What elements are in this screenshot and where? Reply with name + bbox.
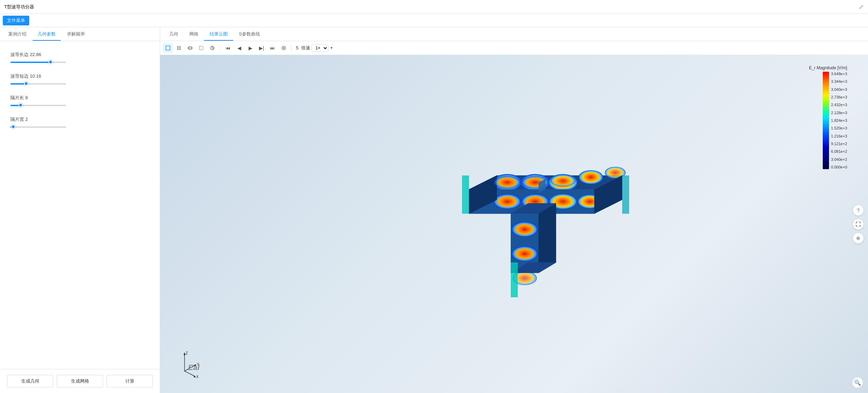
t-waveguide-visualization (392, 141, 636, 315)
tb-sep-2 (291, 45, 292, 52)
left-bottom-buttons: 生成几何 生成网格 计算 (0, 369, 160, 393)
bottom-right-button[interactable]: 🔍 (852, 377, 863, 388)
tb-sep-1 (220, 45, 220, 52)
tb-skip-start-btn[interactable]: ⏮ (223, 43, 233, 53)
svg-rect-1 (166, 47, 169, 49)
legend-val-2: 3.040e+3 (831, 87, 847, 92)
legend-val-1: 3.344e+3 (831, 79, 847, 84)
tb-prev-btn[interactable]: ◀ (234, 43, 244, 53)
waveguide-short-slider[interactable] (10, 83, 66, 85)
tb-play-btn[interactable]: ▶ (245, 43, 255, 53)
tb-grid-btn[interactable] (174, 43, 184, 53)
fullscreen-button[interactable] (853, 219, 864, 230)
svg-text:X: X (196, 375, 199, 378)
svg-marker-37 (511, 262, 518, 297)
tb-record-btn[interactable] (279, 43, 289, 53)
legend-bar-container: 3.648e+3 3.344e+3 3.040e+3 2.736e+3 2.43… (823, 72, 847, 169)
param-waveguide-short: 波导短边 10.16 (10, 73, 149, 85)
legend-val-4: 2.432e+3 (831, 103, 847, 107)
tb-skip-end-btn[interactable]: ⏭ (268, 43, 277, 53)
slider-thumb-4[interactable] (11, 125, 15, 129)
svg-point-19 (493, 194, 521, 209)
legend-val-10: 6.081e+2 (831, 149, 847, 154)
param-septum-long: 隔片长 8 (10, 95, 149, 107)
expand-icon[interactable]: ⤢ (859, 3, 864, 11)
tb-orient-btn[interactable] (208, 43, 217, 53)
param-waveguide-long: 波导长边 22.86 (10, 52, 149, 63)
legend-color-bar (823, 72, 829, 169)
legend-val-11: 3.040e+2 (831, 157, 847, 162)
slider-thumb-2[interactable] (24, 81, 28, 86)
svg-marker-46 (193, 375, 196, 378)
legend-val-9: 9.121e+2 (831, 142, 847, 146)
legend-val-0: 3.648e+3 (831, 72, 847, 76)
legend-labels: 3.648e+3 3.344e+3 3.040e+3 2.736e+3 2.43… (831, 72, 847, 169)
svg-point-34 (550, 175, 576, 187)
tb-surface-btn[interactable] (185, 43, 195, 53)
slider-thumb[interactable] (48, 60, 53, 64)
tb-next-btn[interactable]: ▶| (257, 43, 266, 53)
main-content: 案例介绍 几何参数 求解频率 波导长边 22.86 (0, 27, 868, 393)
param-waveguide-long-label: 波导长边 22.86 (10, 52, 149, 58)
tb-3d-view-btn[interactable] (163, 43, 173, 53)
param-septum-wide-label: 隔片宽 2 (10, 116, 149, 123)
param-waveguide-short-value: 10.16 (30, 73, 41, 79)
legend-val-6: 1.824e+3 (831, 118, 847, 123)
tab-sparams[interactable]: S参数曲线 (233, 28, 266, 41)
svg-rect-8 (200, 46, 203, 50)
param-septum-wide-value: 2 (25, 117, 28, 122)
svg-marker-35 (462, 175, 469, 214)
slider-track-4 (10, 126, 66, 128)
septum-long-slider[interactable] (10, 104, 66, 107)
slider-fill (10, 62, 50, 63)
tab-geo[interactable]: 几何 (164, 28, 184, 41)
right-tabs: 几何 网格 结果云图 S参数曲线 (160, 27, 868, 41)
param-waveguide-long-value: 22.86 (30, 52, 41, 57)
help-button[interactable]: ? (853, 205, 864, 216)
app-title: T型波导功分器 (4, 4, 34, 10)
tb-speed-select[interactable]: 1× 2× 4× (312, 44, 328, 52)
tb-speed-label: 5 (296, 45, 298, 50)
param-septum-wide: 隔片宽 2 (10, 116, 149, 128)
compute-button[interactable]: 计算 (107, 375, 153, 387)
tab-params[interactable]: 几何参数 (33, 28, 61, 41)
legend-val-7: 1.520e+3 (831, 126, 847, 130)
waveguide-long-slider[interactable] (10, 61, 66, 63)
septum-wide-slider[interactable] (10, 126, 66, 128)
zoom-in-button[interactable]: ⊕ (853, 233, 864, 244)
file-menu-button[interactable]: 文件菜单 (3, 16, 29, 25)
tb-dropdown-icon[interactable]: ▼ (330, 46, 333, 50)
menubar: 文件菜单 (0, 14, 868, 27)
viewport[interactable]: E_r Magnitude [V/m] 3.648e+3 3.344e+3 3.… (160, 55, 868, 393)
svg-point-27 (511, 222, 538, 237)
app: T型波导功分器 ⤢ 文件菜单 案例介绍 几何参数 求解频率 波导长边 22.86 (0, 0, 868, 393)
gen-geo-button[interactable]: 生成几何 (7, 375, 53, 387)
left-panel: 案例介绍 几何参数 求解频率 波导长边 22.86 (0, 27, 160, 393)
legend-title: E_r Magnitude [V/m] (809, 65, 847, 70)
slider-thumb-3[interactable] (18, 103, 23, 107)
legend-val-12: 0.000e+0 (831, 165, 847, 169)
titlebar: T型波导功分器 ⤢ (0, 0, 868, 14)
svg-point-11 (283, 47, 284, 49)
left-tabs: 案例介绍 几何参数 求解频率 (0, 27, 160, 41)
right-float-buttons: ? ⊕ (853, 205, 864, 244)
svg-marker-36 (622, 175, 629, 214)
tab-freq[interactable]: 求解频率 (62, 28, 90, 41)
legend-val-8: 1.216e+3 (831, 134, 847, 138)
svg-point-28 (511, 246, 538, 261)
legend-val-5: 2.128e+3 (831, 111, 847, 115)
tab-mesh[interactable]: 网格 (184, 28, 204, 41)
tb-select-btn[interactable] (196, 43, 206, 53)
svg-point-16 (579, 170, 603, 184)
param-septum-long-label: 隔片长 8 (10, 95, 149, 101)
svg-text:Z: Z (186, 351, 188, 355)
toolbar: ⏮ ◀ ▶ ▶| ⏭ 5 倍速 1× 2× 4× ▼ (160, 41, 868, 55)
legend-val-3: 2.736e+3 (831, 95, 847, 99)
eal-label: Eal (188, 363, 200, 372)
tb-multiplier-label: 倍速 (301, 45, 310, 51)
gen-mesh-button[interactable]: 生成网格 (57, 375, 103, 387)
tab-intro[interactable]: 案例介绍 (3, 28, 31, 41)
params-area: 波导长边 22.86 波导短边 10.16 (0, 41, 160, 369)
tab-result[interactable]: 结果云图 (204, 28, 233, 41)
color-legend: E_r Magnitude [V/m] 3.648e+3 3.344e+3 3.… (809, 65, 847, 169)
